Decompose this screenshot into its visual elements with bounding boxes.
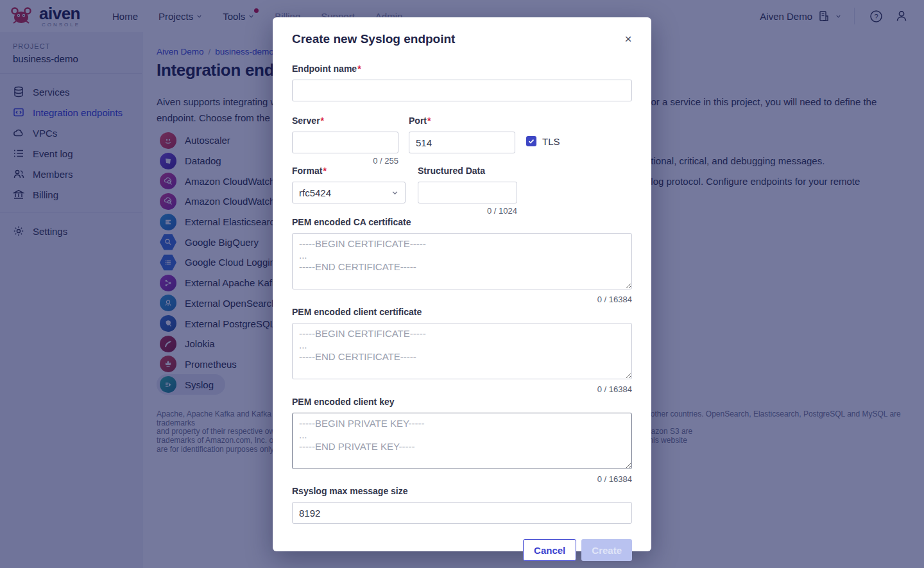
client-key-textarea[interactable] — [292, 413, 632, 469]
ca-certificate-label: PEM encoded CA certificate — [292, 217, 632, 227]
structured-data-char-counter: 0 / 1024 — [418, 206, 517, 216]
server-label: Server* — [292, 116, 398, 126]
tls-label: TLS — [542, 136, 560, 147]
max-message-size-label: Rsyslog max message size — [292, 486, 632, 496]
client-certificate-char-counter: 0 / 16384 — [292, 384, 632, 394]
endpoint-name-input[interactable] — [292, 80, 632, 101]
format-label: Format* — [292, 166, 406, 176]
server-char-counter: 0 / 255 — [292, 156, 398, 166]
required-asterisk: * — [321, 116, 324, 126]
format-select[interactable]: rfc5424 — [292, 182, 406, 203]
modal-title: Create new Syslog endpoint — [292, 32, 632, 46]
client-key-char-counter: 0 / 16384 — [292, 474, 632, 484]
create-button[interactable]: Create — [581, 539, 632, 561]
server-input[interactable] — [292, 132, 398, 153]
client-certificate-label: PEM encoded client certificate — [292, 307, 632, 317]
format-selected-value: rfc5424 — [299, 187, 331, 198]
required-asterisk: * — [323, 166, 326, 176]
cancel-button[interactable]: Cancel — [523, 539, 576, 561]
max-message-size-input[interactable] — [292, 502, 632, 524]
create-syslog-endpoint-modal: Create new Syslog endpoint × Endpoint na… — [273, 17, 651, 551]
check-icon — [528, 138, 535, 144]
tls-checkbox[interactable] — [526, 136, 536, 146]
required-asterisk: * — [357, 64, 361, 74]
structured-data-input[interactable] — [418, 182, 517, 203]
structured-data-label: Structured Data — [418, 166, 517, 176]
endpoint-name-label: Endpoint name* — [292, 64, 632, 74]
ca-certificate-textarea[interactable] — [292, 233, 632, 289]
ca-certificate-char-counter: 0 / 16384 — [292, 295, 632, 304]
required-asterisk: * — [427, 116, 431, 126]
chevron-down-icon — [391, 189, 398, 196]
client-certificate-textarea[interactable] — [292, 323, 632, 379]
close-icon[interactable]: × — [619, 30, 637, 48]
port-label: Port* — [409, 116, 515, 126]
client-key-label: PEM encoded client key — [292, 397, 632, 407]
port-input[interactable] — [409, 132, 515, 153]
